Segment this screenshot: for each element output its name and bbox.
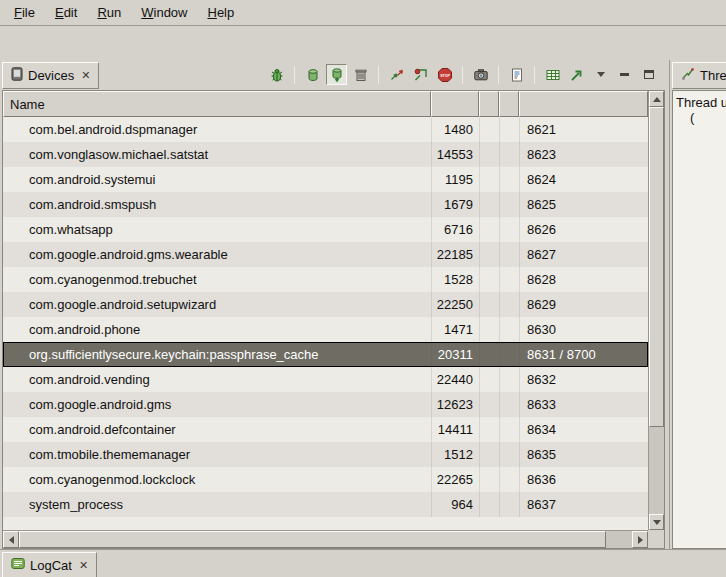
process-row[interactable]: org.sufficientlysecure.keychain:passphra… [3, 342, 648, 367]
process-row[interactable]: system_process9648637 [3, 492, 648, 517]
col-gap-1 [479, 417, 499, 442]
process-row[interactable]: com.cyanogenmod.lockclock222658636 [3, 467, 648, 492]
col-gap-1 [479, 492, 499, 517]
scroll-left-button[interactable] [3, 531, 19, 548]
screen-capture-icon[interactable] [470, 64, 491, 85]
menu-file[interactable]: File [4, 1, 45, 24]
start-method-profiling-icon[interactable] [410, 64, 431, 85]
process-row[interactable]: com.android.defcontainer144118634 [3, 417, 648, 442]
column-header-gap-2 [499, 91, 519, 117]
column-header-gap-1 [479, 91, 499, 117]
process-row[interactable]: com.android.smspush16798625 [3, 192, 648, 217]
close-icon[interactable]: ✕ [79, 69, 90, 82]
process-name: com.vonglasow.michael.satstat [3, 142, 431, 167]
process-row[interactable]: com.tmobile.thememanager15128635 [3, 442, 648, 467]
process-row[interactable]: com.vonglasow.michael.satstat145538623 [3, 142, 648, 167]
tab-logcat[interactable]: LogCat ✕ [2, 552, 97, 577]
view-menu-icon[interactable] [590, 64, 611, 85]
menu-run[interactable]: Run [87, 1, 131, 24]
heap-grid-icon[interactable] [542, 64, 563, 85]
horizontal-scroll-thumb[interactable] [19, 531, 606, 548]
process-name: com.bel.android.dspmanager [3, 117, 431, 142]
threads-message-line2: ( [676, 110, 723, 125]
process-row[interactable]: com.google.android.gms126238633 [3, 392, 648, 417]
process-name: com.google.android.setupwizard [3, 292, 431, 317]
process-port: 8630 [519, 317, 648, 342]
process-row[interactable]: com.android.systemui11958624 [3, 167, 648, 192]
scroll-right-button[interactable] [632, 531, 648, 548]
minimize-icon[interactable] [614, 64, 635, 85]
process-row[interactable]: com.bel.android.dspmanager14808621 [3, 117, 648, 142]
col-gap-2 [499, 142, 519, 167]
col-gap-2 [499, 192, 519, 217]
process-row[interactable]: com.google.android.gms.wearable221858627 [3, 242, 648, 267]
process-pid: 1528 [431, 267, 479, 292]
vertical-scrollbar[interactable] [648, 91, 664, 530]
dump-hprof-icon[interactable] [326, 64, 347, 85]
col-gap-1 [479, 342, 499, 367]
process-pid: 20311 [431, 342, 479, 367]
process-name: system_process [3, 492, 431, 517]
process-row[interactable]: com.android.vending224408632 [3, 367, 648, 392]
devices-toolbar: STOP [266, 64, 659, 85]
stop-process-icon[interactable]: STOP [434, 64, 455, 85]
col-gap-2 [499, 367, 519, 392]
horizontal-scrollbar[interactable] [3, 530, 648, 548]
tab-threads[interactable]: Threads [672, 62, 726, 89]
cause-gc-icon[interactable] [350, 64, 371, 85]
tab-devices[interactable]: Devices ✕ [2, 62, 99, 89]
arrow-down-icon [653, 520, 661, 525]
process-pid: 22185 [431, 242, 479, 267]
menu-edit[interactable]: Edit [45, 1, 87, 24]
svg-text:STOP: STOP [440, 73, 450, 77]
threads-panel: Threads Thread up ( [669, 60, 726, 549]
process-row[interactable]: com.android.phone14718630 [3, 317, 648, 342]
scroll-up-button[interactable] [649, 91, 664, 107]
column-header-name-label: Name [10, 97, 45, 112]
update-threads-icon[interactable] [386, 64, 407, 85]
arrow-left-icon [9, 536, 14, 544]
process-row[interactable]: com.whatsapp67168626 [3, 217, 648, 242]
process-name: com.cyanogenmod.lockclock [3, 467, 431, 492]
arrow-up-icon [653, 97, 661, 102]
process-name: com.android.vending [3, 367, 431, 392]
logcat-icon [11, 557, 25, 573]
close-icon[interactable]: ✕ [77, 559, 88, 572]
system-info-icon[interactable] [506, 64, 527, 85]
col-gap-1 [479, 367, 499, 392]
col-gap-1 [479, 392, 499, 417]
devices-table: Name com.bel.android.dspmanager14808621c… [2, 90, 665, 549]
threads-message-line1: Thread up [676, 95, 723, 110]
process-port: 8636 [519, 467, 648, 492]
process-pid: 1195 [431, 167, 479, 192]
bottom-view-bar: LogCat ✕ [0, 549, 726, 577]
scroll-down-button[interactable] [649, 514, 664, 530]
col-gap-2 [499, 117, 519, 142]
col-gap-1 [479, 167, 499, 192]
process-row[interactable]: com.cyanogenmod.trebuchet15288628 [3, 267, 648, 292]
toolbar-separator [462, 66, 463, 84]
col-gap-2 [499, 442, 519, 467]
process-name: com.android.defcontainer [3, 417, 431, 442]
debug-process-icon[interactable] [266, 64, 287, 85]
process-pid: 22250 [431, 292, 479, 317]
process-pid: 1512 [431, 442, 479, 467]
menu-window[interactable]: Window [131, 1, 197, 24]
col-gap-2 [499, 267, 519, 292]
process-port: 8623 [519, 142, 648, 167]
update-heap-icon[interactable] [302, 64, 323, 85]
devices-panel: Devices ✕ [0, 60, 667, 549]
device-icon [11, 67, 23, 84]
process-port: 8624 [519, 167, 648, 192]
process-port: 8626 [519, 217, 648, 242]
tracer-icon[interactable] [566, 64, 587, 85]
menu-help[interactable]: Help [197, 1, 244, 24]
process-row[interactable]: com.google.android.setupwizard222508629 [3, 292, 648, 317]
tab-threads-label: Threads [700, 68, 726, 83]
process-name: com.cyanogenmod.trebuchet [3, 267, 431, 292]
toolbar-separator [534, 66, 535, 84]
maximize-icon[interactable] [638, 64, 659, 85]
column-header-name[interactable]: Name [3, 91, 431, 117]
col-gap-1 [479, 467, 499, 492]
vertical-scroll-thumb[interactable] [649, 107, 664, 427]
